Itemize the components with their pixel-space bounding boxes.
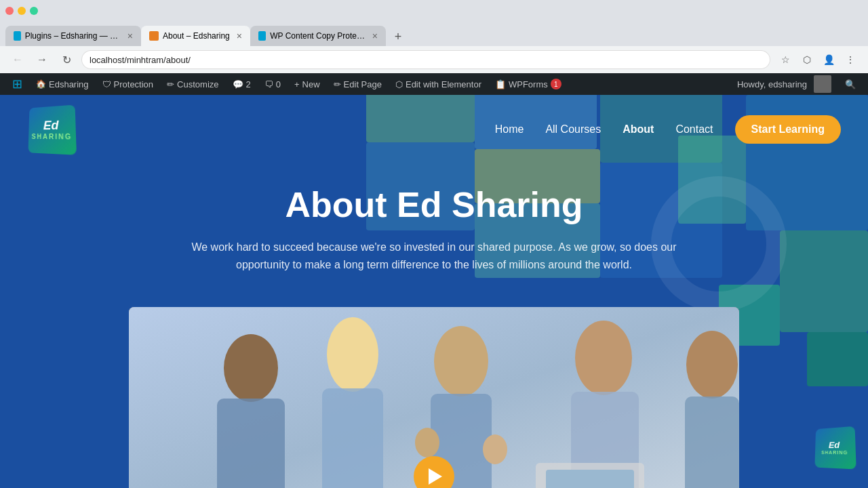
profile-icon[interactable]: 👤 — [819, 50, 838, 69]
tab2-title: About – Edsharing — [163, 31, 230, 41]
hero-description: We work hard to succeed because we're so… — [190, 239, 678, 273]
back-button[interactable]: ← — [8, 50, 27, 69]
site-nav: Home All Courses About Contact Start Lea… — [495, 115, 841, 144]
wp-new-item[interactable]: + New — [288, 73, 327, 95]
svg-rect-4 — [322, 388, 383, 488]
new-label: New — [302, 79, 320, 89]
wp-comments-item[interactable]: 💬 2 — [226, 73, 258, 95]
menu-icon[interactable]: ⋮ — [841, 50, 860, 69]
svg-point-11 — [415, 428, 439, 458]
wpforms-label: WPForms — [509, 79, 548, 89]
edit-icon: ✏ — [334, 79, 341, 89]
nav-contact[interactable]: Contact — [675, 123, 713, 136]
wp-site-name-item[interactable]: 🏠 Edsharing — [29, 73, 96, 95]
svg-point-7 — [575, 321, 632, 395]
new-tab-button[interactable]: + — [389, 27, 408, 46]
tab1-close-button[interactable]: × — [127, 30, 133, 41]
home-icon: 🏠 — [36, 79, 46, 89]
avatar-icon — [814, 75, 831, 93]
video-container[interactable] — [129, 307, 739, 488]
pending-count-label: 0 — [276, 79, 281, 89]
svg-point-12 — [483, 434, 507, 464]
browser-tab-3[interactable]: WP Content Copy Protection &... × — [250, 26, 386, 46]
address-bar-row: ← → ↻ ☆ ⬡ 👤 ⋮ — [0, 46, 868, 73]
play-icon — [429, 468, 442, 485]
deco-rect-12 — [807, 332, 868, 386]
svg-rect-14 — [546, 470, 634, 488]
wp-pending-comments-item[interactable]: 🗨 0 — [258, 73, 288, 95]
shield-icon: 🛡 — [102, 79, 111, 89]
tab3-title: WP Content Copy Protection &... — [270, 31, 366, 41]
tab2-favicon — [149, 31, 159, 41]
address-input[interactable] — [81, 50, 770, 69]
customize-label: Customize — [177, 79, 218, 89]
browser-tab-1[interactable]: Plugins – Edsharing — WordPress × — [5, 26, 141, 46]
reload-button[interactable]: ↻ — [57, 50, 76, 69]
svg-rect-2 — [217, 399, 285, 488]
plus-icon: + — [294, 79, 300, 89]
wp-elementor-item[interactable]: ⬡ Edit with Elementor — [389, 73, 488, 95]
wpforms-badge: 1 — [551, 79, 561, 89]
nav-all-courses[interactable]: All Courses — [545, 123, 601, 136]
tab1-title: Plugins – Edsharing — WordPress — [25, 31, 121, 41]
svg-point-9 — [686, 331, 738, 399]
close-window-button[interactable] — [5, 7, 14, 15]
watermark-text-bottom: SHARING — [821, 450, 848, 455]
comments-count-label: 2 — [246, 79, 251, 89]
svg-point-1 — [224, 334, 278, 402]
browser-tab-2[interactable]: About – Edsharing × — [141, 26, 250, 46]
wp-logo-icon: ⊞ — [12, 77, 22, 92]
svg-point-5 — [434, 326, 488, 396]
tab3-favicon — [258, 31, 266, 41]
bookmark-icon[interactable]: ☆ — [776, 50, 795, 69]
tab2-close-button[interactable]: × — [237, 30, 242, 41]
title-bar — [0, 0, 868, 22]
wp-logo-item[interactable]: ⊞ — [5, 73, 29, 95]
logo-text-bottom: SHARING — [31, 133, 72, 141]
tabs-bar: Plugins – Edsharing — WordPress × About … — [0, 22, 868, 46]
hero-title: About Ed Sharing — [14, 184, 854, 225]
toolbar-icons: ☆ ⬡ 👤 ⋮ — [776, 50, 860, 69]
bottom-logo: Ed SHARING — [814, 427, 854, 468]
wp-search-item[interactable]: 🔍 — [838, 73, 863, 95]
forward-button[interactable]: → — [33, 50, 52, 69]
tab1-favicon — [14, 31, 21, 41]
wp-protection-item[interactable]: 🛡 Protection — [96, 73, 161, 95]
wp-greeting-item[interactable]: Howdy, edsharing — [730, 73, 838, 95]
wp-wpforms-item[interactable]: 📋 WPForms 1 — [488, 73, 568, 95]
window-controls — [5, 7, 38, 15]
comment-icon: 🗨 — [264, 79, 273, 89]
customize-icon: ✏ — [167, 79, 174, 89]
elementor-label: Edit with Elementor — [406, 79, 481, 89]
hero-section: About Ed Sharing We work hard to succeed… — [0, 164, 868, 307]
logo-box: Ed SHARING — [28, 105, 77, 155]
wp-bar-right: Howdy, edsharing 🔍 — [730, 73, 863, 95]
edit-page-label: Edit Page — [344, 79, 382, 89]
nav-home[interactable]: Home — [495, 123, 524, 136]
site-name-label: Edsharing — [49, 79, 89, 89]
greeting-text: Howdy, edsharing — [737, 79, 807, 89]
site-header: Ed SHARING Home All Courses About Contac… — [0, 95, 868, 164]
website: Ed SHARING Home All Courses About Contac… — [0, 95, 868, 488]
bubble-icon: 💬 — [233, 79, 243, 89]
wp-admin-bar: ⊞ 🏠 Edsharing 🛡 Protection ✏ Customize 💬… — [0, 73, 868, 95]
site-logo[interactable]: Ed SHARING — [27, 106, 75, 153]
wpforms-icon: 📋 — [495, 79, 506, 89]
minimize-window-button[interactable] — [18, 7, 26, 15]
nav-about[interactable]: About — [623, 123, 654, 136]
tab3-close-button[interactable]: × — [372, 30, 378, 41]
search-icon: 🔍 — [845, 79, 856, 89]
wp-edit-page-item[interactable]: ✏ Edit Page — [327, 73, 389, 95]
wp-customize-item[interactable]: ✏ Customize — [160, 73, 225, 95]
logo-text-top: Ed — [43, 119, 59, 133]
maximize-window-button[interactable] — [30, 7, 38, 15]
elementor-icon: ⬡ — [395, 79, 403, 89]
svg-rect-10 — [685, 396, 739, 488]
extensions-icon[interactable]: ⬡ — [797, 50, 816, 69]
watermark-text-top: Ed — [829, 440, 840, 450]
protection-label: Protection — [114, 79, 154, 89]
start-learning-button[interactable]: Start Learning — [735, 115, 841, 144]
svg-point-3 — [327, 317, 378, 392]
